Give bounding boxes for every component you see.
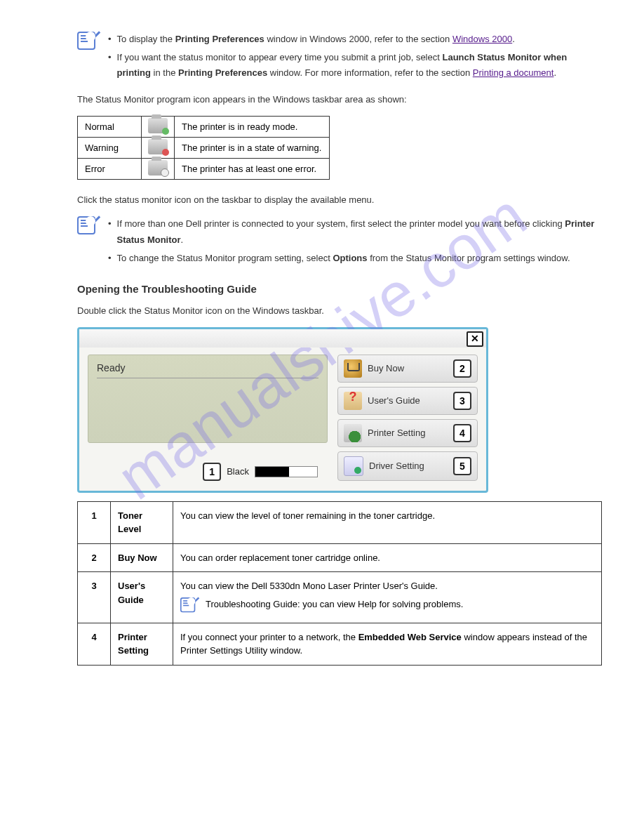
note-icon [180, 597, 195, 612]
section-heading: Opening the Troubleshooting Guide [77, 283, 602, 295]
note-line: To change the Status Monitor program set… [117, 251, 570, 266]
status-text: Ready [97, 362, 318, 378]
status-panel: Ready [88, 355, 328, 443]
note-text: • To display the Printing Preferences wi… [108, 32, 602, 84]
cell-num: 2 [78, 543, 111, 572]
printer-error-icon [148, 160, 168, 176]
toner-label: Black [227, 466, 249, 477]
cell-name: Buy Now [111, 543, 173, 572]
cell-desc: The printer has at least one error. [175, 159, 330, 180]
cell-name: User's Guide [111, 572, 173, 623]
table-row: 1 Toner Level You can view the level of … [78, 501, 602, 543]
window-titlebar: ✕ [79, 329, 486, 348]
callout-3: 3 [453, 392, 471, 410]
cart-icon [344, 359, 362, 378]
close-button[interactable]: ✕ [467, 331, 483, 347]
users-guide-button[interactable]: User's Guide 3 [337, 387, 478, 415]
button-label: User's Guide [368, 395, 448, 406]
table-row: Warning The printer is in a state of war… [78, 138, 330, 159]
cell-text: If you connect your printer to a network… [173, 623, 602, 665]
note-line: If more than one Dell printer is connect… [117, 216, 602, 247]
note-icon [77, 216, 95, 234]
driver-gear-icon [344, 456, 363, 476]
cell-text: You can order replacement toner cartridg… [173, 543, 602, 572]
note-icon [77, 32, 95, 50]
cell-num: 4 [78, 623, 111, 665]
printer-warning-icon [148, 139, 168, 154]
bullet-dot-icon: • [108, 32, 112, 47]
note-line: To display the Printing Preferences wind… [117, 32, 515, 47]
callout-1: 1 [203, 463, 221, 481]
note-line: If you want the status monitor to appear… [117, 50, 602, 81]
table-row: 2 Buy Now You can order replacement tone… [78, 543, 602, 572]
cell-icon [142, 117, 175, 138]
table-row: Normal The printer is in ready mode. [78, 117, 330, 138]
callout-2: 2 [453, 359, 471, 378]
cell-label: Normal [78, 117, 142, 138]
cell-num: 3 [78, 572, 111, 623]
cell-label: Warning [78, 138, 142, 159]
cell-label: Error [78, 159, 142, 180]
printer-gear-icon [344, 424, 362, 442]
bullet-dot-icon: • [108, 216, 112, 247]
printer-normal-icon [148, 118, 168, 133]
cell-name: Printer Setting [111, 623, 173, 665]
cell-num: 1 [78, 501, 111, 543]
note-text: • If more than one Dell printer is conne… [108, 216, 602, 268]
heading-paragraph: Double click the Status Monitor icon on … [77, 303, 602, 319]
callout-description-table: 1 Toner Level You can view the level of … [77, 501, 602, 666]
book-help-icon [344, 392, 362, 410]
link-windows-2000[interactable]: Windows 2000 [452, 34, 512, 44]
toner-row: 1 Black [88, 463, 328, 481]
callout-4: 4 [453, 424, 471, 442]
cell-desc: The printer is in ready mode. [175, 117, 330, 138]
note-block-1: • To display the Printing Preferences wi… [77, 32, 602, 84]
cell-text: You can view the Dell 5330dn Mono Laser … [173, 572, 602, 623]
bullet-dot-icon: • [108, 251, 112, 266]
icon-lead-in: The Status Monitor program icon appears … [77, 92, 602, 107]
inline-note-text: Troubleshooting Guide: you can view Help… [206, 597, 463, 611]
button-label: Buy Now [368, 363, 448, 373]
driver-setting-button[interactable]: Driver Setting 5 [337, 451, 478, 481]
icon-meaning-table: Normal The printer is in ready mode. War… [77, 116, 330, 180]
note-block-2: • If more than one Dell printer is conne… [77, 216, 602, 268]
toner-level-bar [255, 466, 318, 477]
cell-icon [142, 159, 175, 180]
callout-5: 5 [453, 457, 471, 475]
table-row: 4 Printer Setting If you connect your pr… [78, 623, 602, 665]
table-row: 3 User's Guide You can view the Dell 533… [78, 572, 602, 623]
printer-setting-button[interactable]: Printer Setting 4 [337, 419, 478, 447]
bullet-dot-icon: • [108, 50, 112, 81]
table-row: Error The printer has at least one error… [78, 159, 330, 180]
button-label: Printer Setting [368, 428, 448, 438]
click-instruction: Click the status monitor icon on the tas… [77, 192, 602, 208]
link-printing-document[interactable]: Printing a document [473, 67, 554, 78]
button-label: Driver Setting [369, 461, 448, 471]
cell-icon [142, 138, 175, 159]
cell-text: You can view the level of toner remainin… [173, 501, 602, 543]
status-monitor-window: ✕ Ready 1 Black Buy Now 2 [77, 327, 488, 493]
buy-now-button[interactable]: Buy Now 2 [337, 355, 478, 383]
cell-desc: The printer is in a state of warning. [175, 138, 330, 159]
cell-name: Toner Level [111, 501, 173, 543]
